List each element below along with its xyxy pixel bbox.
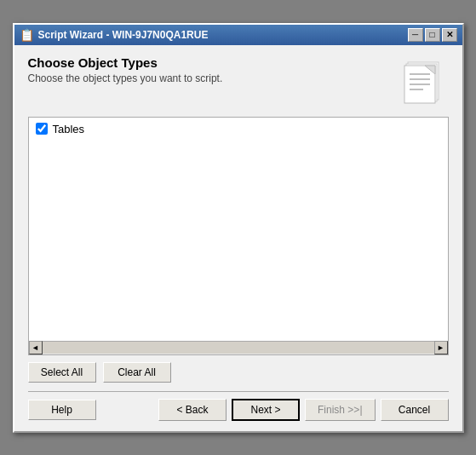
- main-window: 📋 Script Wizard - WIN-9J7N0QA1RUE ─ □ ✕ …: [13, 23, 464, 433]
- cancel-button[interactable]: Cancel: [381, 399, 449, 421]
- dialog-subtitle: Choose the object types you want to scri…: [28, 72, 223, 84]
- object-type-list: Tables ◄ ►: [28, 117, 449, 355]
- header-icon: [398, 55, 449, 107]
- minimize-button[interactable]: ─: [408, 28, 423, 42]
- scroll-track[interactable]: [43, 342, 434, 354]
- scroll-left-button[interactable]: ◄: [29, 341, 43, 354]
- close-button[interactable]: ✕: [442, 28, 457, 42]
- next-button[interactable]: Next >: [232, 399, 300, 421]
- back-button[interactable]: < Back: [158, 399, 227, 421]
- title-controls: ─ □ ✕: [408, 28, 457, 42]
- list-inner: Tables: [29, 118, 448, 341]
- bottom-buttons: Help < Back Next > Finish >>| Cancel: [28, 399, 449, 421]
- divider: [28, 391, 449, 392]
- header-section: Choose Object Types Choose the object ty…: [28, 55, 449, 107]
- tables-checkbox[interactable]: [36, 123, 48, 135]
- dialog-title: Choose Object Types: [28, 55, 223, 70]
- scroll-right-button[interactable]: ►: [434, 341, 448, 354]
- action-buttons: Select All Clear All: [28, 362, 449, 383]
- title-bar: 📋 Script Wizard - WIN-9J7N0QA1RUE ─ □ ✕: [14, 25, 462, 45]
- horizontal-scrollbar: ◄ ►: [29, 341, 448, 354]
- dialog-content: Choose Object Types Choose the object ty…: [14, 45, 462, 431]
- header-text: Choose Object Types Choose the object ty…: [28, 55, 223, 84]
- finish-button[interactable]: Finish >>|: [305, 399, 375, 421]
- clear-all-button[interactable]: Clear All: [103, 362, 171, 383]
- list-item: Tables: [32, 121, 444, 137]
- window-title: Script Wizard - WIN-9J7N0QA1RUE: [38, 29, 209, 41]
- select-all-button[interactable]: Select All: [28, 362, 96, 383]
- maximize-button[interactable]: □: [425, 28, 440, 42]
- help-button[interactable]: Help: [28, 400, 96, 420]
- tables-label[interactable]: Tables: [53, 123, 85, 135]
- window-icon: 📋: [20, 28, 34, 42]
